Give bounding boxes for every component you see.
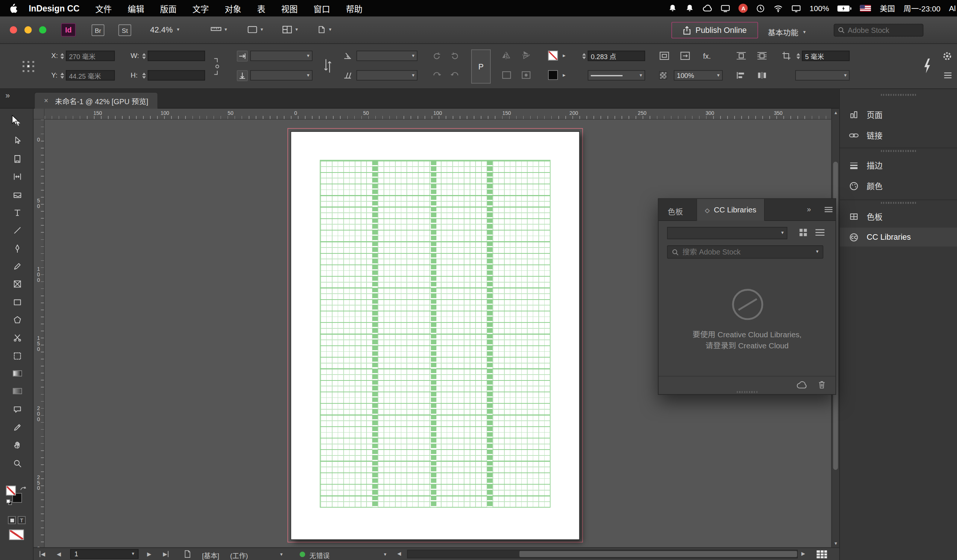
chevron-down-icon[interactable]: ▾ — [280, 552, 283, 557]
swap-width-height-icon[interactable] — [323, 57, 332, 75]
scroll-up-icon[interactable]: ▲ — [834, 110, 838, 115]
opacity-dropdown[interactable]: 100%▾ — [674, 70, 723, 80]
corner-style-dropdown[interactable]: ▾ — [795, 70, 850, 80]
arrange-documents-dropdown[interactable]: ▾ — [282, 25, 298, 34]
pen-tool[interactable] — [9, 241, 24, 256]
formatting-affects-text-button[interactable]: T — [18, 516, 25, 524]
type-tool[interactable] — [9, 205, 24, 220]
tab-cc-libraries[interactable]: ◇ CC Libraries — [696, 199, 765, 221]
rotate-180-icon[interactable] — [432, 71, 441, 80]
list-view-icon[interactable] — [815, 228, 825, 237]
eyedropper-tool[interactable] — [9, 420, 24, 434]
constrain-proportions-icon[interactable] — [212, 57, 221, 76]
w-stepper[interactable] — [141, 50, 147, 61]
select-content-icon[interactable] — [521, 71, 531, 79]
last-page-button[interactable]: ▶ — [163, 551, 169, 557]
scroll-left-icon[interactable]: ◀ — [397, 551, 401, 557]
trash-icon[interactable] — [818, 380, 826, 389]
panel-collapse-icon[interactable]: » — [807, 205, 811, 213]
swap-fill-stroke-icon[interactable] — [20, 486, 27, 492]
shear-angle-dropdown[interactable]: ▾ — [357, 70, 417, 80]
cc-stock-search[interactable]: ▾ — [667, 245, 823, 259]
first-page-button[interactable]: ◀ — [39, 551, 45, 557]
scale-x-icon[interactable] — [237, 50, 248, 62]
offset-field[interactable]: 5 毫米 — [802, 50, 850, 61]
stroke-weight-stepper[interactable] — [581, 50, 587, 61]
creative-cloud-icon[interactable] — [703, 5, 712, 12]
fill-color-dropdown-icon[interactable]: ▸ — [563, 72, 565, 78]
x-stepper[interactable] — [59, 50, 65, 61]
dock-item-links[interactable]: 链接 — [840, 126, 957, 144]
opacity-checker-icon[interactable] — [659, 71, 667, 79]
menu-edit[interactable]: 编辑 — [128, 2, 144, 14]
zoom-tool[interactable] — [9, 456, 24, 471]
pencil-tool[interactable] — [9, 259, 24, 273]
stroke-type-dropdown[interactable]: ▾ — [588, 70, 645, 80]
chevron-down-icon[interactable]: ▾ — [816, 250, 818, 254]
rectangle-tool[interactable] — [9, 295, 24, 309]
scissors-tool[interactable] — [9, 330, 24, 345]
ruler-origin-corner[interactable] — [34, 109, 45, 120]
rotate-cw-icon[interactable] — [450, 51, 460, 61]
formatting-affects-container-button[interactable] — [8, 516, 16, 524]
horizontal-ruler[interactable]: 150 100 50 0 50 100 150 200 250 300 350 — [45, 109, 831, 120]
preflight-profile-label[interactable]: [基本] — [202, 551, 219, 560]
next-page-button[interactable]: ▶ — [147, 551, 151, 557]
input-source-label[interactable]: 美国 — [880, 3, 895, 14]
fill-proxy-swatch[interactable] — [6, 486, 16, 495]
menu-help[interactable]: 帮助 — [346, 2, 362, 14]
assistant-icon[interactable]: A — [739, 4, 748, 13]
note-tool[interactable] — [9, 402, 24, 417]
display-mirroring-icon[interactable] — [721, 5, 730, 12]
document-tab[interactable]: × 未命名-1 @ 42% [GPU 预览] — [34, 92, 158, 109]
bridge-button[interactable]: Br — [92, 24, 104, 36]
apply-none-button[interactable] — [9, 530, 24, 540]
horizontal-scrollbar[interactable] — [407, 550, 798, 558]
menu-view[interactable]: 视图 — [281, 2, 298, 14]
dock-drag-handle[interactable] — [881, 150, 916, 152]
stroke-color-dropdown-icon[interactable]: ▸ — [563, 52, 565, 59]
clock-icon[interactable] — [756, 4, 765, 13]
menu-table[interactable]: 表 — [257, 2, 265, 14]
manuscript-grid[interactable] — [321, 160, 550, 507]
tools-collapse-icon[interactable]: » — [6, 91, 10, 100]
default-fill-stroke-icon[interactable] — [6, 499, 13, 505]
flip-vertical-icon[interactable] — [521, 51, 531, 60]
preflight-target-label[interactable]: (工作) — [230, 551, 248, 560]
page-number-dropdown[interactable]: 1 ▾ — [70, 549, 139, 559]
sync-status-icon[interactable] — [797, 381, 808, 389]
adobe-stock-search-input[interactable] — [848, 26, 919, 34]
wifi-icon[interactable] — [774, 5, 783, 12]
publish-online-button[interactable]: Publish Online — [671, 22, 758, 38]
menu-window[interactable]: 窗口 — [314, 2, 330, 14]
align-icon[interactable] — [736, 71, 746, 80]
corner-options-icon[interactable] — [782, 51, 791, 61]
stroke-color-swatch[interactable] — [548, 50, 557, 60]
dock-item-pages[interactable]: 页面 — [840, 105, 957, 124]
shear-angle-icon[interactable] — [343, 71, 352, 79]
scale-y-dropdown[interactable]: ▾ — [250, 70, 312, 80]
document-page[interactable] — [291, 131, 580, 540]
h-stepper[interactable] — [141, 70, 147, 80]
width-field[interactable] — [148, 50, 205, 61]
menu-object[interactable]: 对象 — [225, 2, 241, 14]
frame-tool[interactable] — [9, 276, 24, 291]
free-transform-tool[interactable] — [9, 348, 24, 363]
gpu-performance-icon[interactable] — [923, 58, 932, 74]
menu-layout[interactable]: 版面 — [160, 2, 177, 14]
menu-file[interactable]: 文件 — [95, 2, 112, 14]
x-position-field[interactable]: 270 毫米 — [66, 50, 115, 61]
view-options-dropdown[interactable]: ▾ — [211, 25, 227, 34]
panel-menu-icon[interactable] — [825, 207, 832, 213]
dock-item-cc-libraries[interactable]: CC Libraries — [840, 227, 957, 246]
direct-selection-tool[interactable] — [9, 133, 24, 148]
previous-page-button[interactable]: ◀ — [57, 551, 61, 557]
workspace-switcher[interactable]: 基本功能 ▾ — [768, 26, 805, 38]
wrap-none-icon[interactable] — [736, 51, 746, 61]
dock-item-color[interactable]: 颜色 — [840, 176, 957, 195]
content-collector-tool[interactable] — [9, 187, 24, 202]
gradient-swatch-tool[interactable] — [9, 366, 24, 381]
distribute-icon[interactable] — [757, 71, 767, 80]
effects-button[interactable]: fx. — [703, 52, 711, 60]
window-grid-icon[interactable] — [816, 550, 827, 559]
